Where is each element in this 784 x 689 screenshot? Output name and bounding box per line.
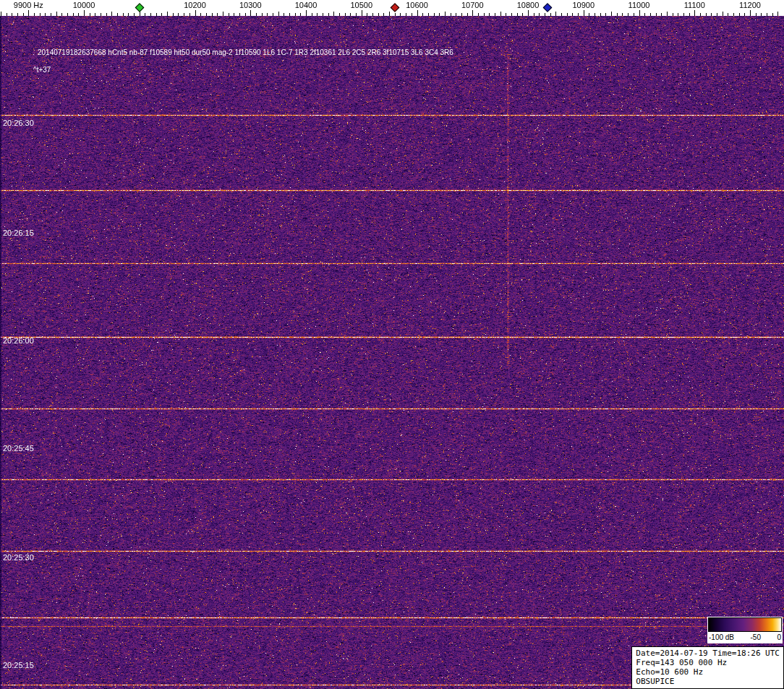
freq-tick-label: 10300: [239, 1, 262, 9]
frequency-ruler[interactable]: 9900 Hz100001020010300104001050010600107…: [0, 0, 784, 16]
time-tick-label: 20:25:15: [3, 661, 34, 669]
freq-tick-label: 11000: [629, 1, 650, 9]
freq-tick-label: 10200: [184, 1, 206, 9]
freq-tick-label: 10600: [406, 1, 428, 9]
time-tick-label: 20:25:30: [3, 553, 34, 562]
spectrogram-canvas[interactable]: [0, 16, 784, 689]
time-offset-annotation: ^t+37: [33, 66, 51, 74]
freq-tick-label: 11100: [684, 1, 705, 9]
detection-annotation: 20140719182637668 hCnt5 nb-87 f10589 hit…: [38, 48, 453, 56]
legend-label-min: -100 dB: [709, 633, 734, 641]
observation-info-box: Date=2014-07-19 Time=18:26 UTC Freq=143 …: [631, 646, 784, 689]
time-tick-label: 20:26:00: [3, 336, 34, 345]
info-line-station: OBSUPICE: [636, 677, 780, 686]
time-tick-label: 20:25:45: [3, 444, 34, 453]
time-tick-label: 20:26:15: [3, 228, 34, 237]
db-scale-legend: -100 dB -50 0: [707, 617, 783, 643]
freq-tick-label: 10500: [351, 1, 373, 9]
freq-tick-label: 10900: [573, 1, 595, 9]
colormap-gradient-bar: [708, 617, 782, 632]
time-tick-label: 20:26:30: [3, 119, 34, 127]
spectrogram-window: 9900 Hz100001020010300104001050010600107…: [0, 0, 784, 689]
legend-label-mid: -50: [751, 633, 761, 641]
freq-tick-label: 9900 Hz: [14, 1, 43, 9]
freq-tick-label: 10800: [517, 1, 540, 9]
info-line-frequency: Freq=143 050 000 Hz: [636, 658, 780, 667]
freq-tick-label: 10400: [295, 1, 318, 9]
spectrogram-area[interactable]: 20140719182637668 hCnt5 nb-87 f10589 hit…: [0, 16, 784, 689]
legend-label-max: 0: [777, 633, 781, 641]
freq-tick-label: 10000: [73, 1, 95, 9]
legend-labels: -100 dB -50 0: [708, 632, 782, 643]
info-line-datetime: Date=2014-07-19 Time=18:26 UTC: [636, 649, 780, 658]
freq-tick-label: 10700: [461, 1, 484, 9]
freq-tick-label: 11200: [739, 1, 761, 9]
info-line-echo: Echo=10 600 Hz: [636, 667, 780, 677]
